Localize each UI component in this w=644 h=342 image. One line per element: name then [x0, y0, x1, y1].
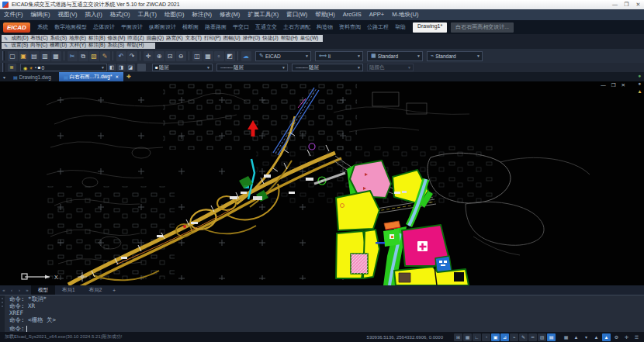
status-toggle[interactable]: ▣: [491, 333, 500, 341]
toolbar-icon[interactable]: ⊡: [165, 51, 175, 61]
coordinate-display[interactable]: 530936.5136, 2564332.6906, 0.0000: [367, 335, 443, 340]
submenu-item[interactable]: 帮助(H): [279, 35, 299, 42]
submenu-item[interactable]: 标注(B): [87, 35, 106, 42]
submenu-item[interactable]: 单位(W): [299, 35, 319, 42]
toolbar-icon[interactable]: [113, 51, 113, 60]
toolbar-icon[interactable]: ▣: [19, 51, 29, 61]
linetype-combo[interactable]: ——— 随层 ▼: [216, 64, 288, 71]
submenu-item[interactable]: 向导(C): [29, 42, 49, 49]
status-icon[interactable]: ✛: [622, 333, 631, 341]
color-combo[interactable]: ■ 随层 ▼: [152, 64, 213, 71]
side-tool-icon[interactable]: ▲: [637, 88, 642, 95]
status-toggle[interactable]: ◔: [482, 333, 490, 341]
toolbar-icon[interactable]: [237, 51, 238, 60]
submenu-item[interactable]: 帮助(H): [126, 42, 145, 49]
submenu-item[interactable]: 匝道(Z): [126, 35, 145, 42]
menu-item[interactable]: 绘图(D): [161, 9, 188, 20]
layer-combo[interactable]: ◉☀▪■ 0 ▼: [20, 64, 107, 71]
status-toggle[interactable]: ∟: [473, 333, 481, 341]
doc-restore-button[interactable]: ❐: [611, 82, 616, 88]
toolbar-grip[interactable]: [2, 63, 5, 72]
submenu-item[interactable]: 设置(S): [10, 42, 29, 49]
layer-tool-icon[interactable]: ◨: [117, 64, 126, 71]
submenu-item[interactable]: 文本(T): [184, 35, 203, 42]
submenu-item[interactable]: 路宽(K): [165, 35, 185, 42]
close-button[interactable]: ✕: [632, 0, 644, 9]
layer-tool-icon[interactable]: ◧: [108, 64, 116, 71]
toolbar-icon[interactable]: [64, 51, 64, 60]
toolbar-icon[interactable]: ▫: [214, 51, 224, 61]
eicad-menu-item[interactable]: 平面设计: [118, 23, 146, 31]
menu-item[interactable]: 修改(M): [216, 9, 244, 20]
table-style-combo[interactable]: ▦ Standard ▼: [367, 51, 423, 61]
status-toggle[interactable]: ⊞: [454, 333, 462, 341]
toolbar-icon[interactable]: ↷: [127, 51, 137, 61]
toolbar-icon[interactable]: ✛: [144, 51, 154, 61]
side-tool-icon[interactable]: ●: [639, 81, 642, 87]
doc-close-button[interactable]: ✕: [621, 82, 625, 88]
status-icon[interactable]: ▾: [582, 333, 590, 341]
eicad-menu-item[interactable]: 公路工程: [364, 23, 392, 31]
toolbar-icon[interactable]: ▦: [51, 51, 61, 61]
toolbar-icon[interactable]: ▦: [203, 51, 213, 61]
text-style-combo[interactable]: ✎ EICAD ▼: [255, 51, 311, 61]
layout-nav-arrow[interactable]: ›: [16, 288, 23, 292]
menu-item[interactable]: 格式(O): [106, 9, 134, 20]
submenu-item[interactable]: 修改(M): [106, 35, 126, 42]
status-toggle[interactable]: ⌁: [510, 333, 518, 341]
eicad-menu-item[interactable]: 帮助: [392, 23, 409, 31]
submenu-item[interactable]: 打印(P): [203, 35, 223, 42]
status-toggle[interactable]: ▨: [538, 333, 546, 341]
submenu-item[interactable]: 圆曲(Q): [145, 35, 164, 42]
menu-item[interactable]: 扩展工具(X): [244, 9, 282, 20]
eicad-menu-item[interactable]: 系统: [34, 23, 51, 31]
submenu-item[interactable]: 快捷(J): [261, 35, 280, 42]
layout-nav-arrow[interactable]: «: [0, 288, 8, 292]
toolbar-icon[interactable]: [140, 51, 140, 60]
toolbar-grip[interactable]: [2, 51, 5, 60]
status-toggle[interactable]: ▤: [547, 333, 556, 341]
layer-properties-icon[interactable]: ≣: [8, 64, 16, 71]
toolbar-icon[interactable]: ◩: [225, 51, 235, 61]
drawing-canvas[interactable]: X — ❐ ✕ ●●▲: [0, 81, 644, 285]
menu-item[interactable]: 标注(N): [189, 9, 216, 20]
close-tab-icon[interactable]: ✕: [115, 74, 119, 79]
menu-item[interactable]: APP+: [365, 9, 388, 20]
menu-item[interactable]: 工具(T): [134, 9, 161, 20]
toolbar-icon[interactable]: ↶: [116, 51, 126, 61]
layout-nav-arrow[interactable]: »: [23, 288, 31, 292]
layout-tab[interactable]: 布局2: [82, 285, 109, 295]
submenu-item[interactable]: 大样(Y): [68, 42, 88, 49]
eicad-menu-item[interactable]: 纵断面设计: [146, 23, 179, 31]
toolbar-icon[interactable]: [189, 51, 189, 60]
submenu-item[interactable]: 标注(B): [87, 42, 106, 49]
lineweight-combo[interactable]: ——— 随层 ▼: [292, 64, 363, 71]
new-tab-button[interactable]: ✚: [123, 74, 134, 80]
eicad-menu-item[interactable]: 数字地面模型: [51, 23, 90, 31]
menu-item[interactable]: 文件(F): [0, 9, 27, 20]
status-icon[interactable]: ☰: [632, 333, 641, 341]
toolbar-icon[interactable]: ⊖: [176, 51, 186, 61]
menu-item[interactable]: M-地块(U): [388, 9, 422, 20]
toolbar-icon[interactable]: ◫: [192, 51, 203, 61]
side-tool-icon[interactable]: ●: [639, 73, 642, 79]
command-panel[interactable]: 命令: *取消*命令: XRXREF命令: <栅格 关> 命令:: [0, 295, 644, 332]
status-icon[interactable]: ▲: [572, 333, 580, 341]
submenu-item[interactable]: 成图(D): [10, 35, 29, 42]
add-layout-button[interactable]: +: [109, 288, 119, 293]
status-toggle[interactable]: ▦: [463, 333, 472, 341]
tab-overflow-icon[interactable]: ▾: [0, 74, 9, 80]
status-icon[interactable]: ▦: [562, 333, 570, 341]
eicad-doc-button[interactable]: Drawing1*: [413, 22, 447, 33]
submenu-item[interactable]: 地形(E): [68, 35, 88, 42]
menu-item[interactable]: 帮助(H): [311, 9, 338, 20]
submenu-item[interactable]: 图幅(U): [222, 35, 241, 42]
layout-nav-arrow[interactable]: ‹: [8, 288, 16, 292]
submenu-item[interactable]: 操作(O): [241, 35, 261, 42]
menu-item[interactable]: 窗口(W): [282, 9, 311, 20]
layer-tool-icon[interactable]: ◪: [126, 64, 135, 71]
eicad-doc-button[interactable]: 白右石画高相交设计...: [451, 22, 514, 33]
status-icon[interactable]: ▲: [592, 333, 601, 341]
doc-minimize-button[interactable]: —: [601, 82, 606, 88]
submenu-item[interactable]: 系统(S): [49, 35, 68, 42]
